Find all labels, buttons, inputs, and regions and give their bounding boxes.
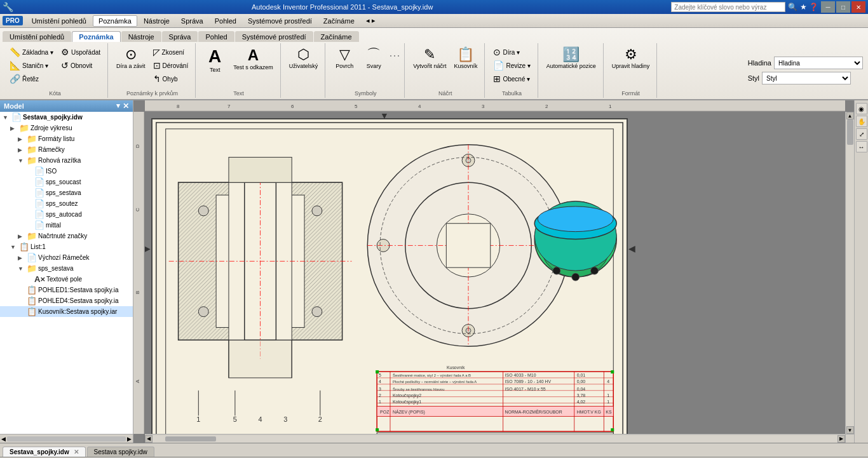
ribbon-text-items: A Text A Test s odkazem [201,44,276,89]
scroll-left-button[interactable]: ◀ [145,435,153,443]
tree-item-list1[interactable]: ▼ 📋 List:1 [0,241,133,252]
tree-item-iso[interactable]: 📄 ISO [0,166,133,177]
btn-dira-zavit[interactable]: ⊙ Díra a závit [113,46,149,71]
ribbon-group-poznamky: ⊙ Díra a závit ◸ Zkosení ⊡ Dérování ↰ Oh… [109,43,196,98]
folder-icon-ramecky: 📁 [27,145,37,154]
tab-sestava-idw[interactable]: Sestava_spojky.idw ✕ [3,447,86,457]
menu-item-umisteni[interactable]: Umístění pohledů [27,16,92,26]
menu-item-poznamka[interactable]: Poznámka [93,15,137,27]
btn-uzivatelsky[interactable]: ⬡ Uživatelský [286,46,322,71]
ribbon-group-text: A Text A Test s odkazem Text [197,43,281,98]
tree-item-textove-pole[interactable]: A× Textové pole [0,274,133,285]
btn-obnovit[interactable]: ↺ Obnovit [58,59,104,72]
btn-ohyb[interactable]: ↰ Ohyb [150,72,192,85]
styl-label: Styl [748,74,759,82]
hladina-dropdown[interactable]: Hladina [774,57,863,69]
minimize-button[interactable]: ─ [821,1,835,13]
scroll-thumb-h[interactable] [165,436,216,441]
btn-zkosenı[interactable]: ◸ Zkosení [150,46,192,58]
menu-item-zaciname[interactable]: Začínáme [318,16,360,26]
btn-derovani[interactable]: ⊡ Dérování [150,59,192,72]
sidebar-expand-icon[interactable]: ▾ [116,102,120,111]
tree-item-sps-sestava[interactable]: 📄 sps_sestava [0,187,133,198]
tab-nastroje[interactable]: Nástroje [121,31,161,42]
tab-sprava[interactable]: Správa [162,31,198,42]
title-bar: 🔧 Autodesk Inventor Professional 2011 - … [0,0,868,14]
styl-dropdown[interactable]: Styl [762,72,851,84]
canvas-area[interactable]: 8 7 6 5 4 3 2 1 D C B A [133,100,854,443]
svg-text:2: 2 [379,393,381,398]
menu-item-pohled[interactable]: Pohled [210,16,241,26]
drawing-sheet[interactable]: 1 5 4 3 2 [151,118,628,443]
btn-zakladna[interactable]: 📏 Základna ▾ [6,46,57,58]
tree-item-nacrt-znacky[interactable]: ▶ 📁 Načrtnuté značky [0,231,133,241]
tab-pohled[interactable]: Pohled [198,31,234,42]
tree-label-sps-soutez: sps_soutez [46,200,78,207]
tree-item-sps-soutez[interactable]: 📄 sps_soutez [0,198,133,209]
menu-item-sprava[interactable]: Správa [176,16,208,26]
horizontal-scrollbar[interactable]: ◀ ▶ [145,434,845,443]
retez-icon: 🔗 [10,74,20,84]
tree-item-sps-sestava2[interactable]: ▼ 📁 sps_sestava [0,263,133,274]
menu-item-nastroje[interactable]: Nástroje [139,16,175,26]
tree-item-vychozi[interactable]: ▶ 📄 Výchozí Rámeček [0,252,133,263]
sidebar-close-button[interactable]: ✕ [123,102,129,111]
menu-item-extra[interactable]: ◂ ▸ [361,15,381,26]
btn-revize[interactable]: 📄 Revize ▾ [490,59,533,72]
scroll-down-button[interactable]: ▼ [846,426,854,434]
btn-svary[interactable]: ⌒ Svary [360,46,388,71]
btn-retez[interactable]: 🔗 Řetěz [6,72,57,85]
scroll-right-button[interactable]: ▶ [837,435,845,443]
vertical-scrollbar[interactable]: ▲ ▼ [845,112,854,434]
scroll-track-h[interactable] [153,436,837,442]
btn-usporidat[interactable]: ⚙ Uspořádat [58,46,104,58]
menu-item-systemove[interactable]: Systémové prostředí [243,16,317,26]
search-input[interactable] [671,2,785,12]
tree-item-sps-autocad[interactable]: 📄 sps_autocad [0,209,133,220]
tree-item-formaty[interactable]: ▶ 📁 Formáty listu [0,133,133,144]
scroll-track-v[interactable] [846,119,854,426]
rt-btn-1[interactable]: ◉ [856,103,867,114]
test-odkazem-icon: A [248,48,259,63]
scroll-up-button[interactable]: ▲ [846,112,854,119]
tab1-close[interactable]: ✕ [74,448,79,455]
btn-automaticke-pozice[interactable]: 🔢 Automatické pozice [543,46,599,71]
tree-item-kusovnik[interactable]: 📋 Kusovník:Sestava spojky.iar [0,306,133,317]
rt-btn-4[interactable]: ↔ [856,141,867,152]
tab-zaciname[interactable]: Začínáme [314,31,359,42]
scroll-thumb-v[interactable] [847,119,853,145]
svg-text:ISO 7089 - 10 - 140 HV: ISO 7089 - 10 - 140 HV [505,379,552,384]
tree-item-pohled1[interactable]: 📋 POHLED1:Sestava spojky.ia [0,285,133,295]
btn-obecne[interactable]: ⊞ Obecné ▾ [490,72,533,85]
tree-item-rohova[interactable]: ▼ 📁 Rohová razítka [0,155,133,166]
usporidat-icon: ⚙ [61,47,69,57]
folder-icon-zdroje: 📁 [19,123,29,133]
close-button[interactable]: ✕ [851,1,865,13]
tree-label-ramecky: Rámečky [38,146,65,153]
svg-text:0,04: 0,04 [577,387,586,391]
file-icon-iso: 📄 [34,166,44,176]
sidebar-scrollbar[interactable]: ◀ ▶ [0,434,133,443]
btn-text[interactable]: A Text [201,46,229,75]
btn-vytvorit-nacrt[interactable]: ✎ Vytvořit náčrt [410,46,449,71]
tab-systemove[interactable]: Systémové prostředí [235,31,313,42]
tree-item-pohled4[interactable]: 📋 POHLED4:Sestava spojky.ia [0,295,133,306]
rt-btn-2[interactable]: ✋ [856,116,867,127]
tree-item-sps-soucast[interactable]: 📄 sps_soucast [0,177,133,187]
maximize-button[interactable]: □ [836,1,850,13]
btn-povrch[interactable]: ▽ Povrch [330,46,358,71]
tab-umisteni[interactable]: Umístění pohledů [3,31,71,42]
tree-item-mittal[interactable]: 📄 mittal [0,220,133,231]
btn-kusovnik[interactable]: 📋 Kusovník [451,46,480,71]
tab-sestava-idw2[interactable]: Sestava spojky.idw [87,447,154,457]
tab-poznamka[interactable]: Poznámka [72,31,120,42]
btn-upravit-hladiny[interactable]: ⚙ Upravit hladiny [609,46,653,71]
btn-test-odkazem[interactable]: A Test s odkazem [230,46,276,72]
tree-item-ramecky[interactable]: ▶ 📁 Rámečky [0,144,133,155]
tree-item-zdroje[interactable]: ▶ 📁 Zdroje výkresu [0,123,133,133]
btn-dira[interactable]: ⊙ Díra ▾ [490,46,533,58]
tree-item-root[interactable]: ▼ 📄 Sestava_spojky.idw [0,112,133,123]
svg-text:NORMA-ROZMĚR/SOUBOR: NORMA-ROZMĚR/SOUBOR [505,409,562,414]
rt-btn-3[interactable]: ⤢ [856,128,867,140]
btn-staticni[interactable]: 📐 Staničn ▾ [6,59,57,72]
